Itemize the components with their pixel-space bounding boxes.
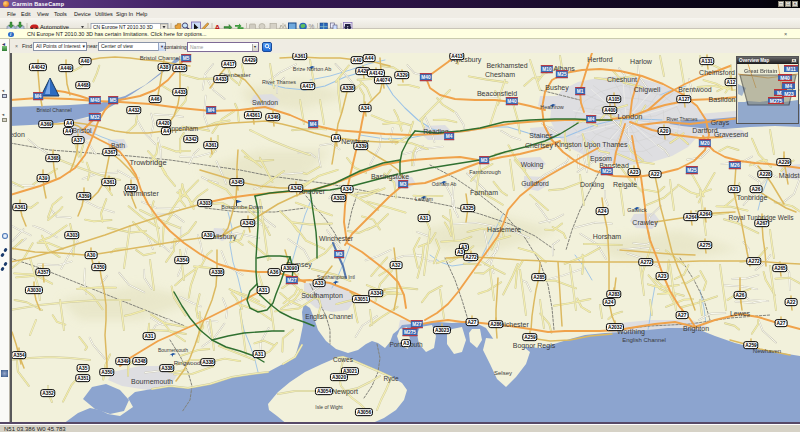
- svg-text:M40: M40: [780, 75, 790, 81]
- svg-text:M23: M23: [784, 91, 794, 97]
- svg-text:M275: M275: [770, 98, 783, 104]
- svg-text:M11: M11: [786, 66, 796, 72]
- svg-text:Great Britain: Great Britain: [744, 68, 778, 74]
- svg-text:M4: M4: [785, 83, 792, 89]
